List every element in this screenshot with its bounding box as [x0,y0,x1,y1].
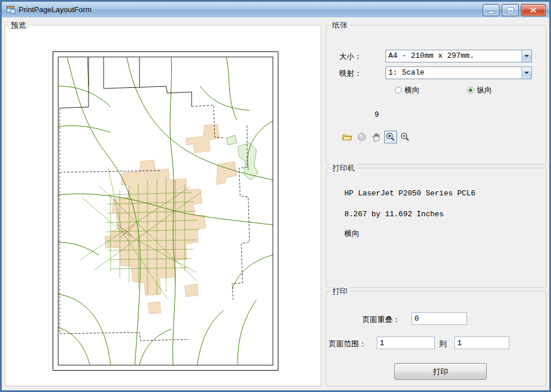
page-range-from-input[interactable] [377,336,435,349]
radio-portrait[interactable]: 纵向 [467,85,492,95]
radio-indicator [395,87,402,94]
printer-paper-size: 8.267 by 11.692 Inches [344,210,444,219]
preview-toolbar [341,131,413,143]
paper-group-label: 纸张 [330,21,350,29]
minimize-icon [488,12,494,13]
radio-landscape[interactable]: 横向 [395,85,420,95]
printer-group: 打印机 HP LaserJet P2050 Series PCL6 8.267 … [326,168,546,288]
page-range-to-input[interactable] [454,336,509,349]
printer-orientation: 横向 [344,229,359,238]
page-overlap-label: 页面重叠： [362,315,400,324]
map-scale-combobox[interactable]: 1: Scale [385,66,532,79]
preview-group-label: 预览 [9,21,28,29]
close-icon [530,8,537,13]
paper-group: 纸张 大小： A4 - 210mm x 297mm. 映射： 1: Scale … [326,25,546,165]
main-window: PrintPageLayoutForm 预览 [0,0,551,392]
pan-hand-icon[interactable] [370,131,383,143]
map-scale-dropdown-button[interactable] [521,67,531,79]
print-group: 打印 页面重叠： 页面范围： 到 打印 [326,291,546,386]
paper-size-value: A4 - 210mm x 297mm. [386,50,521,62]
chevron-down-icon [524,55,529,57]
maximize-icon [508,8,513,13]
preview-group: 预览 [5,25,321,386]
radio-indicator [467,87,474,94]
zoom-out-icon[interactable] [399,131,412,143]
window-title: PrintPageLayoutForm [19,5,91,14]
paper-size-label: 大小： [339,52,362,61]
radio-landscape-label: 横向 [405,85,420,95]
map-scale-value: 1: Scale [386,67,521,79]
page-count-label: 9 [374,110,379,120]
printer-group-label: 打印机 [330,164,357,172]
zoom-in-icon[interactable] [384,131,397,143]
app-icon [6,5,16,14]
map-scale-label: 映射： [339,69,362,78]
paper-size-dropdown-button[interactable] [521,50,531,62]
paper-size-combobox[interactable]: A4 - 210mm x 297mm. [385,50,532,62]
print-button[interactable]: 打印 [394,363,487,380]
printer-name: HP LaserJet P2050 Series PCL6 [344,189,475,198]
page-overlap-input[interactable] [412,312,467,325]
globe-icon[interactable] [355,131,368,143]
titlebar[interactable]: PrintPageLayoutForm [2,2,549,17]
maximize-button[interactable] [502,4,519,16]
close-button[interactable] [521,4,546,16]
map-preview[interactable] [53,51,278,371]
page-range-label: 页面范围： [329,339,366,349]
radio-portrait-label: 纵向 [477,85,492,95]
page-range-to-label: 到 [439,339,447,349]
open-folder-icon[interactable] [341,131,354,143]
chevron-down-icon [524,72,529,74]
minimize-button[interactable] [483,4,499,16]
print-group-label: 打印 [330,287,350,295]
